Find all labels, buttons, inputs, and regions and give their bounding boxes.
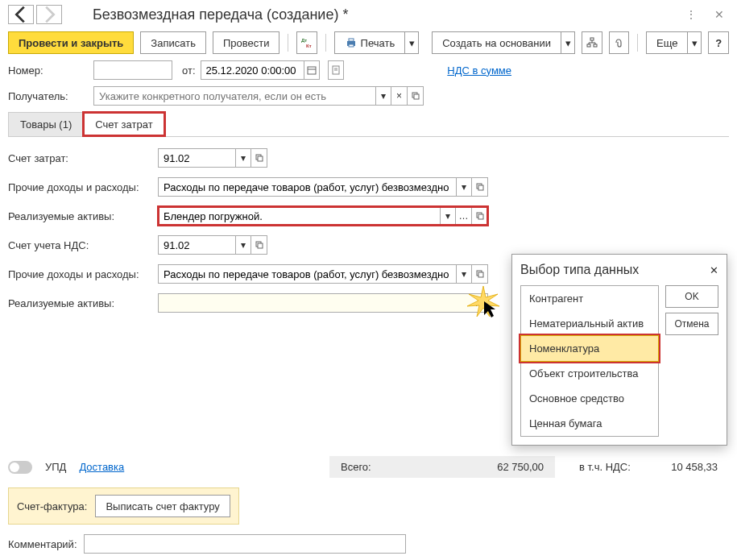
vat-account-open-icon[interactable] bbox=[251, 235, 267, 255]
comment-input[interactable] bbox=[84, 534, 406, 554]
help-button[interactable]: ? bbox=[708, 31, 729, 54]
other-income-dropdown[interactable]: ▾ bbox=[456, 177, 472, 197]
svg-rect-6 bbox=[587, 44, 590, 47]
svg-rect-18 bbox=[478, 185, 483, 190]
realized-assets-more[interactable]: … bbox=[456, 206, 472, 226]
realized-assets-open-icon[interactable] bbox=[472, 206, 488, 226]
svg-rect-4 bbox=[349, 44, 354, 47]
more-button[interactable]: Еще bbox=[646, 31, 687, 54]
other-income-input[interactable] bbox=[158, 177, 456, 197]
realized-assets2-label: Реализуемые активы: bbox=[8, 297, 153, 309]
back-button[interactable] bbox=[8, 5, 34, 24]
upd-toggle[interactable] bbox=[8, 461, 32, 474]
svg-rect-24 bbox=[478, 272, 483, 277]
svg-rect-22 bbox=[258, 243, 263, 248]
realized-assets-input[interactable] bbox=[158, 206, 440, 226]
create-based-dropdown[interactable]: ▾ bbox=[561, 31, 575, 54]
vat-label: в т.ч. НДС: bbox=[579, 461, 631, 473]
recipient-label: Получатель: bbox=[8, 90, 89, 102]
other-income-open-icon[interactable] bbox=[472, 177, 488, 197]
svg-rect-8 bbox=[308, 67, 316, 74]
realized-assets2-more[interactable]: … bbox=[472, 293, 488, 313]
cost-account-label: Счет затрат: bbox=[8, 152, 153, 164]
other-income2-input[interactable] bbox=[158, 264, 456, 284]
calendar-icon[interactable] bbox=[304, 60, 320, 80]
print-button[interactable]: Печать bbox=[334, 31, 405, 54]
popup-title: Выбор типа данных bbox=[520, 263, 639, 277]
dtkt-button[interactable]: ДтКт bbox=[296, 31, 317, 54]
popup-list: Контрагент Нематериальный актив Номенкла… bbox=[520, 285, 659, 437]
type-select-popup: Выбор типа данных ✕ Контрагент Нематериа… bbox=[511, 254, 727, 446]
popup-item-nomenclature[interactable]: Номенклатура bbox=[520, 335, 659, 362]
info-icon[interactable] bbox=[328, 60, 344, 80]
svg-rect-16 bbox=[258, 156, 263, 161]
cost-account-dropdown[interactable]: ▾ bbox=[235, 148, 251, 168]
structure-button[interactable] bbox=[582, 31, 602, 54]
invoice-label: Счет-фактура: bbox=[17, 500, 87, 512]
separator bbox=[288, 34, 288, 52]
number-input[interactable] bbox=[93, 60, 172, 80]
print-dropdown[interactable]: ▾ bbox=[404, 31, 419, 54]
post-and-close-button[interactable]: Провести и закрыть bbox=[8, 31, 134, 54]
date-input[interactable] bbox=[201, 60, 304, 80]
realized-assets-label: Реализуемые активы: bbox=[8, 210, 153, 222]
number-label: Номер: bbox=[8, 64, 89, 77]
svg-rect-14 bbox=[414, 94, 419, 99]
total-value: 62 750,00 bbox=[497, 461, 544, 473]
popup-item-construction[interactable]: Объект строительства bbox=[521, 361, 658, 386]
cost-account-open-icon[interactable] bbox=[251, 148, 267, 168]
popup-item-intangible[interactable]: Нематериальный актив bbox=[521, 311, 658, 336]
popup-item-fixed-asset[interactable]: Основное средство bbox=[521, 386, 658, 411]
popup-close-icon[interactable]: ✕ bbox=[710, 264, 718, 276]
svg-rect-3 bbox=[349, 39, 354, 41]
vat-value: 10 458,33 bbox=[671, 461, 718, 473]
vat-account-dropdown[interactable]: ▾ bbox=[235, 235, 251, 255]
recipient-clear[interactable]: × bbox=[391, 86, 408, 106]
svg-text:Кт: Кт bbox=[306, 44, 312, 48]
window-title: Безвозмездная передача (создание) * bbox=[93, 6, 674, 23]
comment-label: Комментарий: bbox=[8, 538, 77, 550]
attach-button[interactable] bbox=[609, 31, 630, 54]
write-invoice-button[interactable]: Выписать счет фактуру bbox=[95, 495, 230, 517]
more-dropdown[interactable]: ▾ bbox=[687, 31, 702, 54]
svg-text:Дт: Дт bbox=[301, 38, 307, 43]
popup-ok-button[interactable]: OK bbox=[665, 285, 718, 308]
upd-label: УПД bbox=[45, 461, 66, 473]
post-button[interactable]: Провести bbox=[213, 31, 280, 54]
popup-cancel-button[interactable]: Отмена bbox=[665, 313, 718, 335]
other-income-label: Прочие доходы и расходы: bbox=[8, 181, 153, 193]
separator bbox=[325, 34, 326, 52]
save-button[interactable]: Записать bbox=[140, 31, 206, 54]
vat-account-label: Счет учета НДС: bbox=[8, 239, 153, 251]
realized-assets2-input[interactable] bbox=[158, 293, 472, 313]
realized-assets-dropdown[interactable]: ▾ bbox=[440, 206, 456, 226]
tab-cost-account[interactable]: Счет затрат bbox=[83, 112, 164, 136]
other-income2-dropdown[interactable]: ▾ bbox=[456, 264, 472, 284]
delivery-link[interactable]: Доставка bbox=[79, 461, 124, 473]
cost-account-input[interactable] bbox=[158, 148, 235, 168]
menu-dots-icon[interactable]: ⋮ bbox=[681, 5, 702, 24]
other-income2-open-icon[interactable] bbox=[472, 264, 488, 284]
forward-button[interactable] bbox=[36, 5, 62, 24]
close-icon[interactable]: ✕ bbox=[710, 5, 729, 24]
vat-link[interactable]: НДС в сумме bbox=[447, 64, 511, 77]
recipient-input[interactable] bbox=[93, 86, 375, 106]
vat-account-input[interactable] bbox=[158, 235, 235, 255]
popup-item-security[interactable]: Ценная бумага bbox=[521, 411, 658, 436]
separator bbox=[637, 34, 638, 52]
recipient-open-icon[interactable] bbox=[408, 86, 424, 106]
other-income2-label: Прочие доходы и расходы: bbox=[8, 268, 153, 280]
total-label: Всего: bbox=[341, 461, 371, 473]
svg-rect-20 bbox=[478, 214, 483, 219]
tab-goods[interactable]: Товары (1) bbox=[8, 112, 84, 136]
svg-rect-7 bbox=[594, 44, 597, 47]
create-based-button[interactable]: Создать на основании bbox=[432, 31, 561, 54]
popup-item-counterparty[interactable]: Контрагент bbox=[521, 286, 658, 311]
from-label: от: bbox=[182, 64, 196, 77]
svg-rect-5 bbox=[590, 38, 594, 40]
recipient-dropdown[interactable]: ▾ bbox=[375, 86, 391, 106]
